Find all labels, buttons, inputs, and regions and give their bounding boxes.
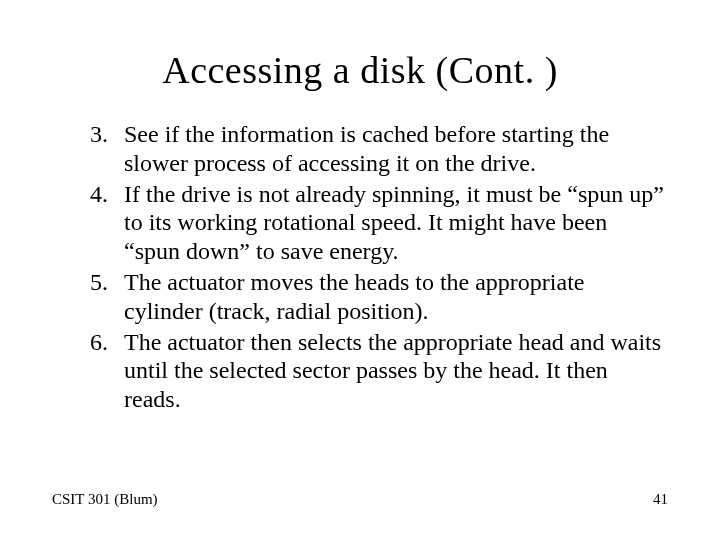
footer-course: CSIT 301 (Blum) — [52, 491, 158, 508]
list-text: The actuator then selects the appropriat… — [124, 328, 668, 414]
list-number: 4. — [52, 180, 124, 266]
slide-number: 41 — [653, 491, 668, 508]
list-item: 6. The actuator then selects the appropr… — [52, 328, 668, 414]
list-item: 4. If the drive is not already spinning,… — [52, 180, 668, 266]
list-number: 3. — [52, 120, 124, 178]
numbered-list: 3. See if the information is cached befo… — [52, 120, 668, 414]
list-item: 5. The actuator moves the heads to the a… — [52, 268, 668, 326]
list-text: If the drive is not already spinning, it… — [124, 180, 668, 266]
list-item: 3. See if the information is cached befo… — [52, 120, 668, 178]
list-number: 5. — [52, 268, 124, 326]
footer: CSIT 301 (Blum) 41 — [52, 491, 668, 508]
slide: Accessing a disk (Cont. ) 3. See if the … — [0, 0, 720, 540]
list-text: The actuator moves the heads to the appr… — [124, 268, 668, 326]
list-number: 6. — [52, 328, 124, 414]
slide-title: Accessing a disk (Cont. ) — [52, 48, 668, 92]
list-text: See if the information is cached before … — [124, 120, 668, 178]
